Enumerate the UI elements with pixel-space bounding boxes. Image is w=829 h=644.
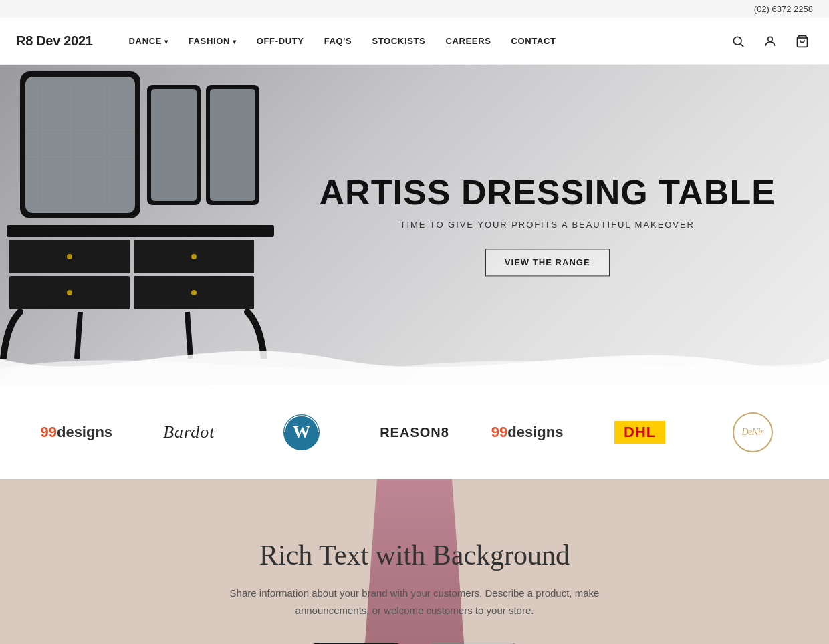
search-icon	[731, 35, 745, 48]
header-icons	[727, 31, 813, 52]
rich-text-section: Rich Text with Background Share informat…	[0, 479, 829, 644]
brand-denir: DeNir	[696, 406, 809, 459]
svg-point-21	[67, 290, 72, 295]
nav-offduty[interactable]: OFF-DUTY	[247, 31, 314, 51]
wordpress-logo-icon: W	[281, 412, 322, 452]
hero-content: ARTISS DRESSING TABLE TIME TO GIVE YOUR …	[320, 174, 776, 276]
svg-rect-9	[210, 89, 255, 201]
brand-99designs: 99designs	[20, 417, 133, 448]
hero-subtitle: TIME TO GIVE YOUR PROFITS A BEAUTIFUL MA…	[320, 220, 776, 230]
svg-rect-5	[25, 77, 135, 213]
brand-reason8: REASON8	[358, 418, 471, 447]
main-nav: DANCE ▾ FASHION ▾ OFF-DUTY FAQ'S STOCKIS…	[120, 31, 727, 51]
rich-text-title: Rich Text with Background	[259, 539, 570, 571]
phone-number: (02) 6372 2258	[754, 4, 813, 14]
nav-stockists[interactable]: STOCKISTS	[362, 31, 435, 51]
nav-contact[interactable]: CONTACT	[502, 31, 566, 51]
svg-point-0	[733, 37, 741, 45]
dressing-table-illustration	[0, 65, 308, 359]
cart-button[interactable]	[792, 31, 813, 52]
nav-faqs[interactable]: FAQ'S	[315, 31, 362, 51]
cart-icon	[796, 35, 809, 48]
svg-point-19	[191, 254, 197, 259]
hero-title: ARTISS DRESSING TABLE	[320, 174, 776, 212]
user-icon	[763, 35, 777, 48]
search-button[interactable]	[727, 31, 749, 52]
account-button[interactable]	[759, 31, 781, 52]
svg-point-2	[768, 37, 773, 41]
logo[interactable]: R8 Dev 2021	[16, 33, 93, 49]
svg-point-23	[191, 290, 197, 295]
svg-rect-15	[7, 225, 274, 237]
header: R8 Dev 2021 DANCE ▾ FASHION ▾ OFF-DUTY F…	[0, 18, 829, 65]
brand-bardot: Bardot	[133, 416, 246, 449]
rich-text-body: Share information about your brand with …	[227, 585, 602, 619]
hero-cta-button[interactable]: VIEW THE RANGE	[485, 249, 610, 277]
nav-careers[interactable]: CAREERS	[436, 31, 500, 51]
hero-section: ARTISS DRESSING TABLE TIME TO GIVE YOUR …	[0, 65, 829, 385]
svg-line-1	[741, 43, 744, 47]
svg-point-17	[67, 254, 72, 259]
brand-wordpress: W	[245, 406, 358, 459]
nav-dance[interactable]: DANCE ▾	[120, 31, 178, 51]
brand-99designs-2: 99designs	[471, 417, 584, 448]
svg-text:W: W	[293, 422, 310, 442]
chevron-down-icon: ▾	[233, 38, 237, 45]
hero-wave	[0, 332, 829, 385]
chevron-down-icon: ▾	[164, 38, 168, 45]
svg-rect-7	[151, 89, 197, 201]
brands-strip: 99designs Bardot W REASON8 99designs DHL…	[0, 385, 829, 479]
nav-fashion[interactable]: FASHION ▾	[179, 31, 246, 51]
top-bar: (02) 6372 2258	[0, 0, 829, 18]
brand-dhl: DHL	[584, 414, 697, 450]
